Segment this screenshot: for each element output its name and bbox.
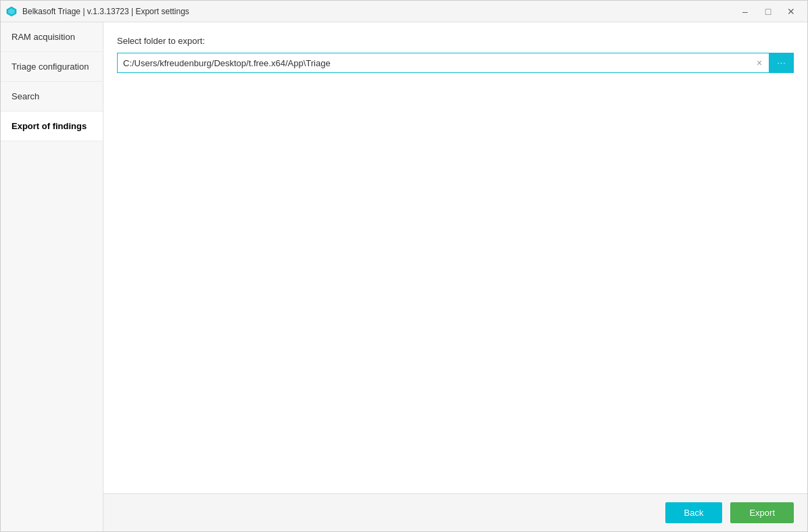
titlebar-controls: – □ ✕ xyxy=(734,3,802,20)
folder-path-input[interactable] xyxy=(118,54,750,72)
sidebar-item-triage-configuration[interactable]: Triage configuration xyxy=(1,52,103,82)
main-content: RAM acquisition Triage configuration Sea… xyxy=(1,22,807,531)
minimize-button[interactable]: – xyxy=(734,3,756,20)
sidebar-item-search[interactable]: Search xyxy=(1,82,103,112)
browse-folder-button[interactable]: ··· xyxy=(769,53,794,73)
app-icon xyxy=(6,6,17,17)
browse-icon: ··· xyxy=(777,58,786,68)
window-title: Belkasoft Triage | v.1.3.13723 | Export … xyxy=(22,7,189,16)
export-button[interactable]: Export xyxy=(730,502,794,523)
content-body: Select folder to export: × ··· xyxy=(103,22,807,493)
content-area: Select folder to export: × ··· Back Expo… xyxy=(103,22,807,531)
titlebar: Belkasoft Triage | v.1.3.13723 | Export … xyxy=(1,1,807,22)
folder-input-row: × ··· xyxy=(117,53,794,73)
sidebar: RAM acquisition Triage configuration Sea… xyxy=(1,22,103,531)
back-button[interactable]: Back xyxy=(665,502,723,523)
sidebar-item-ram-acquisition[interactable]: RAM acquisition xyxy=(1,22,103,52)
maximize-button[interactable]: □ xyxy=(757,3,779,20)
app-window: Belkasoft Triage | v.1.3.13723 | Export … xyxy=(0,0,808,532)
close-button[interactable]: ✕ xyxy=(780,3,802,20)
sidebar-item-export-of-findings[interactable]: Export of findings xyxy=(1,112,103,141)
folder-input-wrapper: × xyxy=(117,53,769,73)
section-label: Select folder to export: xyxy=(117,36,794,46)
footer: Back Export xyxy=(103,493,807,531)
clear-input-button[interactable]: × xyxy=(750,53,769,72)
titlebar-left: Belkasoft Triage | v.1.3.13723 | Export … xyxy=(6,6,189,17)
